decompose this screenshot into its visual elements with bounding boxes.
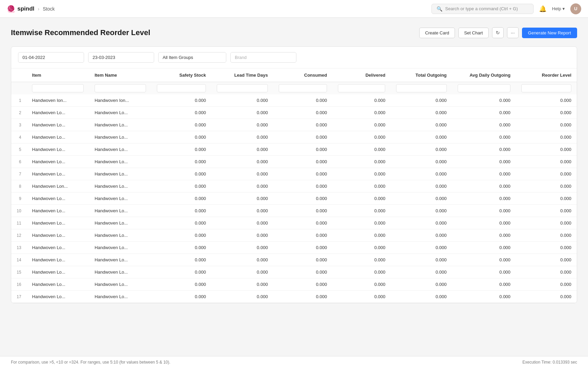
logo-text: spindl — [17, 5, 34, 12]
cell-lead-time: 0.000 — [211, 266, 273, 278]
cell-total-outgoing: 0.000 — [391, 107, 452, 119]
cell-safety-stock: 0.000 — [151, 291, 212, 303]
breadcrumb-separator: › — [38, 6, 39, 12]
cell-lead-time: 0.000 — [211, 180, 273, 193]
row-number: 5 — [11, 143, 27, 156]
consumed-col-filter[interactable] — [279, 84, 327, 92]
avatar[interactable]: U — [570, 3, 581, 14]
item-col-filter[interactable] — [32, 84, 84, 92]
cell-consumed: 0.000 — [273, 193, 332, 205]
cell-avg-daily: 0.000 — [452, 217, 516, 229]
cell-consumed: 0.000 — [273, 143, 332, 156]
search-placeholder: Search or type a command (Ctrl + G) — [445, 6, 518, 11]
row-number: 11 — [11, 217, 27, 229]
table-row: 1 Handwoven Ion... Handwoven Ion... 0.00… — [11, 94, 577, 107]
cell-reorder-level: 0.000 — [516, 119, 577, 131]
breadcrumb-stock[interactable]: Stock — [43, 6, 55, 12]
item-name-col-filter[interactable] — [95, 84, 146, 92]
cell-item: Handwoven Lo... — [27, 242, 89, 254]
cell-consumed: 0.000 — [273, 180, 332, 193]
cell-item-name: Handwoven Lo... — [89, 131, 151, 143]
notification-bell-icon[interactable]: 🔔 — [539, 5, 546, 13]
cell-item-name: Handwoven Lo... — [89, 229, 151, 242]
cell-lead-time: 0.000 — [211, 131, 273, 143]
safety-stock-col-filter[interactable] — [157, 84, 206, 92]
cell-delivered: 0.000 — [332, 266, 391, 278]
header-actions: Create Card Set Chart ↻ ··· Generate New… — [419, 27, 577, 38]
cell-lead-time: 0.000 — [211, 291, 273, 303]
cell-item-name: Handwoven Lo... — [89, 242, 151, 254]
cell-delivered: 0.000 — [332, 107, 391, 119]
cell-safety-stock: 0.000 — [151, 119, 212, 131]
cell-delivered: 0.000 — [332, 143, 391, 156]
date-from-input[interactable] — [18, 52, 84, 63]
cell-delivered: 0.000 — [332, 229, 391, 242]
table-row: 5 Handwoven Lo... Handwoven Lo... 0.000 … — [11, 143, 577, 156]
cell-consumed: 0.000 — [273, 131, 332, 143]
refresh-icon: ↻ — [496, 30, 500, 35]
row-number: 13 — [11, 242, 27, 254]
total-outgoing-col-filter[interactable] — [396, 84, 446, 92]
cell-total-outgoing: 0.000 — [391, 278, 452, 291]
cell-delivered: 0.000 — [332, 180, 391, 193]
cell-delivered: 0.000 — [332, 193, 391, 205]
cell-avg-daily: 0.000 — [452, 156, 516, 168]
cell-total-outgoing: 0.000 — [391, 180, 452, 193]
cell-avg-daily: 0.000 — [452, 119, 516, 131]
cell-consumed: 0.000 — [273, 168, 332, 180]
item-groups-input[interactable] — [158, 52, 226, 63]
cell-avg-daily: 0.000 — [452, 193, 516, 205]
col-header-avg-daily: Avg Daily Outgoing — [452, 68, 516, 82]
cell-avg-daily: 0.000 — [452, 278, 516, 291]
table-body: 1 Handwoven Ion... Handwoven Ion... 0.00… — [11, 94, 577, 303]
cell-total-outgoing: 0.000 — [391, 205, 452, 217]
help-label: Help — [552, 6, 561, 11]
cell-safety-stock: 0.000 — [151, 94, 212, 107]
cell-delivered: 0.000 — [332, 254, 391, 266]
cell-delivered: 0.000 — [332, 94, 391, 107]
cell-item-name: Handwoven Lo... — [89, 193, 151, 205]
cell-item: Handwoven Lo... — [27, 143, 89, 156]
cell-consumed: 0.000 — [273, 119, 332, 131]
cell-avg-daily: 0.000 — [452, 266, 516, 278]
cell-lead-time: 0.000 — [211, 94, 273, 107]
more-options-button[interactable]: ··· — [507, 27, 519, 38]
brand-input[interactable] — [230, 52, 296, 63]
cell-safety-stock: 0.000 — [151, 107, 212, 119]
col-header-reorder-level: Reorder Level — [516, 68, 577, 82]
delivered-col-filter[interactable] — [338, 84, 386, 92]
create-card-button[interactable]: Create Card — [419, 28, 455, 38]
row-number: 16 — [11, 278, 27, 291]
help-button[interactable]: Help ▾ — [552, 6, 565, 11]
cell-item-name: Handwoven Lo... — [89, 291, 151, 303]
cell-consumed: 0.000 — [273, 205, 332, 217]
cell-total-outgoing: 0.000 — [391, 193, 452, 205]
refresh-button[interactable]: ↻ — [492, 27, 504, 38]
cell-total-outgoing: 0.000 — [391, 156, 452, 168]
cell-item: Handwoven Lo... — [27, 156, 89, 168]
column-filter-row — [11, 82, 577, 95]
app-logo[interactable]: 🧶 spindl — [7, 5, 34, 13]
cell-delivered: 0.000 — [332, 131, 391, 143]
cell-consumed: 0.000 — [273, 229, 332, 242]
cell-lead-time: 0.000 — [211, 156, 273, 168]
table-row: 14 Handwoven Lo... Handwoven Lo... 0.000… — [11, 254, 577, 266]
row-number: 9 — [11, 193, 27, 205]
set-chart-button[interactable]: Set Chart — [458, 28, 489, 38]
cell-safety-stock: 0.000 — [151, 193, 212, 205]
cell-total-outgoing: 0.000 — [391, 119, 452, 131]
row-number: 7 — [11, 168, 27, 180]
lead-time-col-filter[interactable] — [217, 84, 268, 92]
cell-total-outgoing: 0.000 — [391, 229, 452, 242]
cell-lead-time: 0.000 — [211, 205, 273, 217]
reorder-level-col-filter[interactable] — [521, 84, 571, 92]
cell-safety-stock: 0.000 — [151, 131, 212, 143]
cell-item-name: Handwoven Lo... — [89, 180, 151, 193]
cell-avg-daily: 0.000 — [452, 94, 516, 107]
generate-report-button[interactable]: Generate New Report — [522, 28, 577, 38]
table-row: 8 Handwoven Lon... Handwoven Lo... 0.000… — [11, 180, 577, 193]
avg-daily-col-filter[interactable] — [458, 84, 511, 92]
search-bar[interactable]: 🔍 Search or type a command (Ctrl + G) — [431, 4, 534, 14]
cell-reorder-level: 0.000 — [516, 156, 577, 168]
date-to-input[interactable] — [88, 52, 154, 63]
